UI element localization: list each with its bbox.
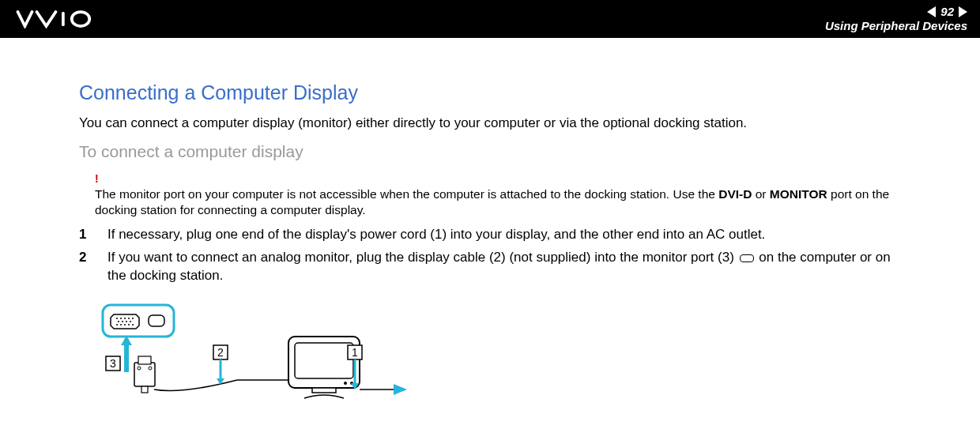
svg-marker-36 xyxy=(394,384,407,395)
svg-point-31 xyxy=(344,382,347,385)
svg-point-7 xyxy=(132,318,134,319)
nav-next-icon[interactable] xyxy=(959,6,967,17)
step-number: 1 xyxy=(79,226,107,244)
header-bar: 92 Using Peripheral Devices xyxy=(0,0,980,38)
svg-rect-21 xyxy=(138,356,151,364)
page-title: Connecting a Computer Display xyxy=(79,81,901,104)
svg-point-16 xyxy=(132,324,134,326)
step-text: If necessary, plug one end of the displa… xyxy=(107,226,901,244)
note-bold-monitor: MONITOR xyxy=(770,187,827,201)
svg-point-5 xyxy=(124,318,126,319)
page-content: Connecting a Computer Display You can co… xyxy=(0,38,980,429)
svg-rect-0 xyxy=(62,12,65,26)
step-text-part-a: If you want to connect an analog monitor… xyxy=(107,250,738,265)
page-number: 92 xyxy=(940,5,954,19)
step-list: 1 If necessary, plug one end of the disp… xyxy=(79,226,901,285)
header-right: 92 Using Peripheral Devices xyxy=(825,5,967,33)
svg-rect-20 xyxy=(134,363,155,386)
note-part-1: The monitor port on your computer is not… xyxy=(95,187,718,201)
monitor-port-icon xyxy=(740,254,754,262)
diagram-label-2: 2 xyxy=(217,346,224,359)
svg-point-11 xyxy=(130,321,131,322)
warning-note: ! The monitor port on your computer is n… xyxy=(95,172,901,218)
svg-rect-29 xyxy=(295,343,353,378)
svg-point-9 xyxy=(122,321,123,322)
vaio-logo xyxy=(13,9,115,28)
step-item: 1 If necessary, plug one end of the disp… xyxy=(79,226,901,244)
svg-point-13 xyxy=(120,324,122,326)
nav-prev-icon[interactable] xyxy=(927,6,936,17)
intro-text: You can connect a computer display (moni… xyxy=(79,115,901,131)
connection-diagram: 3 2 xyxy=(95,301,901,407)
svg-point-12 xyxy=(116,324,118,326)
note-part-2: or xyxy=(752,187,769,201)
svg-point-6 xyxy=(128,318,130,319)
svg-point-10 xyxy=(126,321,127,322)
section-title: Using Peripheral Devices xyxy=(825,19,967,33)
svg-rect-2 xyxy=(103,305,174,337)
diagram-label-3: 3 xyxy=(110,357,116,370)
step-number: 2 xyxy=(79,249,107,267)
svg-point-4 xyxy=(120,318,122,319)
warning-icon: ! xyxy=(95,172,901,185)
step-item: 2 If you want to connect an analog monit… xyxy=(79,249,901,285)
note-bold-dvi: DVI-D xyxy=(718,187,752,201)
subheading: To connect a computer display xyxy=(79,142,901,161)
svg-point-1 xyxy=(72,12,90,26)
step-text: If you want to connect an analog monitor… xyxy=(107,249,901,285)
svg-rect-30 xyxy=(312,388,336,393)
svg-point-8 xyxy=(118,321,119,322)
svg-rect-24 xyxy=(141,386,148,393)
svg-point-15 xyxy=(128,324,130,326)
svg-point-3 xyxy=(116,318,118,319)
svg-point-14 xyxy=(124,324,126,326)
svg-rect-17 xyxy=(149,315,164,326)
diagram-label-1: 1 xyxy=(352,346,358,359)
